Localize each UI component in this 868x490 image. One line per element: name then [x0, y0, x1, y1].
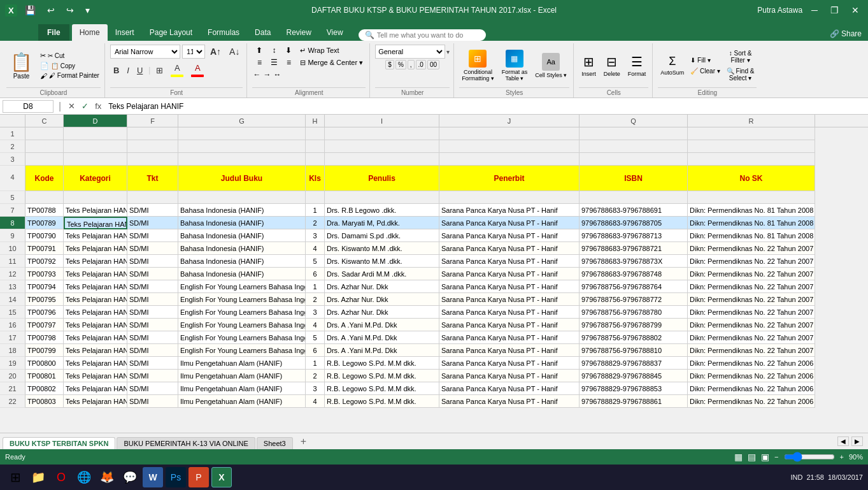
col-header-r[interactable]: R	[688, 115, 815, 127]
cell-styles-btn[interactable]: Aa Cell Styles ▾	[532, 52, 569, 80]
cell-h16[interactable]: 4	[306, 319, 325, 331]
col-header-h[interactable]: H	[306, 115, 325, 127]
cell-i9[interactable]: Drs. Damami S.pd .dkk.	[325, 229, 439, 242]
cell-j22[interactable]: Sarana Panca Karya Nusa PT - Hanif	[439, 395, 580, 408]
insert-function-btn[interactable]: fx	[93, 101, 103, 111]
cell-c18[interactable]: TP00799	[25, 344, 64, 357]
cell-g20[interactable]: Ilmu Pengetahuan Alam (HANIF)	[178, 370, 306, 382]
col-header-g[interactable]: G	[178, 115, 306, 127]
cell-r1[interactable]	[688, 127, 815, 140]
text-direction-btn[interactable]: ↔	[273, 69, 281, 80]
cell-d19[interactable]: Teks Pelajaran HANIF	[64, 357, 127, 370]
cell-g7[interactable]: Bahasa Indonesia (HANIF)	[178, 204, 306, 217]
conditional-formatting-btn[interactable]: ⊞ ConditionalFormatting ▾	[459, 48, 497, 83]
cell-f2[interactable]	[127, 140, 178, 153]
cell-d15[interactable]: Teks Pelajaran HANIF	[64, 306, 127, 319]
format-painter-btn[interactable]: 🖌🖌 Format Painter	[39, 71, 101, 80]
cell-d8[interactable]: Teks Pelajaran HANIF	[64, 217, 127, 229]
cell-j7[interactable]: Sarana Panca Karya Nusa PT - Hanif	[439, 204, 580, 217]
cell-j14[interactable]: Sarana Panca Karya Nusa PT - Hanif	[439, 293, 580, 306]
close-btn[interactable]: ✕	[848, 4, 863, 17]
col-header-j[interactable]: J	[439, 115, 580, 127]
cell-q3[interactable]	[580, 153, 688, 166]
cell-f9[interactable]: SD/MI	[127, 229, 178, 242]
cell-f20[interactable]: SD/MI	[127, 370, 178, 382]
cell-c9[interactable]: TP00790	[25, 229, 64, 242]
cell-g14[interactable]: English For Young Learners Bahasa Inggri…	[178, 293, 306, 306]
add-sheet-btn[interactable]: +	[294, 434, 313, 449]
cell-j15[interactable]: Sarana Panca Karya Nusa PT - Hanif	[439, 306, 580, 319]
cell-c3[interactable]	[25, 153, 64, 166]
cell-r22[interactable]: Dikn: Permendiknas No. 22 Tahun 2006	[688, 395, 815, 408]
cell-i3[interactable]	[325, 153, 439, 166]
header-cell-isbn[interactable]: ISBN	[580, 166, 688, 191]
start-btn[interactable]: ⊞	[5, 467, 25, 487]
messenger-icon[interactable]: 💬	[120, 467, 140, 487]
photoshop-icon[interactable]: Ps	[166, 467, 186, 487]
sort-filter-btn[interactable]: ↕ Sort &Filter ▾	[724, 48, 757, 65]
header-cell-tkt[interactable]: Tkt	[127, 166, 178, 191]
cell-q18[interactable]: 9796788756-9796788810	[580, 344, 688, 357]
cell-g3[interactable]	[178, 153, 306, 166]
cell-g18[interactable]: English For Young Learners Bahasa Inggri…	[178, 344, 306, 357]
cell-g13[interactable]: English For Young Learners Bahasa Inggri…	[178, 280, 306, 293]
cell-i15[interactable]: Drs. Azhar Nur. Dkk	[325, 306, 439, 319]
cell-q7[interactable]: 9796788683-9796788691	[580, 204, 688, 217]
cell-h20[interactable]: 2	[306, 370, 325, 382]
italic-btn[interactable]: I	[124, 64, 132, 77]
tab-data[interactable]: Data	[247, 24, 278, 41]
cell-r2[interactable]	[688, 140, 815, 153]
cell-d16[interactable]: Teks Pelajaran HANIF	[64, 319, 127, 331]
cell-h19[interactable]: 1	[306, 357, 325, 370]
cell-c15[interactable]: TP00796	[25, 306, 64, 319]
cell-i12[interactable]: Drs. Sadar Ardi M.M .dkk.	[325, 268, 439, 280]
cell-f5[interactable]	[127, 191, 178, 204]
restore-btn[interactable]: ❐	[827, 4, 843, 17]
fill-btn[interactable]: ⬇ Fill ▾	[688, 55, 722, 65]
autosum-btn[interactable]: Σ AutoSum	[658, 54, 687, 77]
cell-f22[interactable]: SD/MI	[127, 395, 178, 408]
chrome-icon[interactable]: 🌐	[74, 467, 94, 487]
cell-d1[interactable]	[64, 127, 127, 140]
cell-c2[interactable]	[25, 140, 64, 153]
cell-h12[interactable]: 6	[306, 268, 325, 280]
cell-j20[interactable]: Sarana Panca Karya Nusa PT - Hanif	[439, 370, 580, 382]
cell-d3[interactable]	[64, 153, 127, 166]
cell-h9[interactable]: 3	[306, 229, 325, 242]
cell-j3[interactable]	[439, 153, 580, 166]
cell-r9[interactable]: Dikn: Permendiknas No. 81 Tahun 2008	[688, 229, 815, 242]
cell-r5[interactable]	[688, 191, 815, 204]
formula-input[interactable]: Teks Pelajaran HANIF	[106, 101, 865, 112]
cell-g11[interactable]: Bahasa Indonesia (HANIF)	[178, 255, 306, 268]
zoom-slider[interactable]	[784, 452, 835, 462]
cell-c10[interactable]: TP00791	[25, 242, 64, 255]
cell-i19[interactable]: R.B. Legowo S.Pd. M.M dkk.	[325, 357, 439, 370]
border-btn[interactable]: ⊞	[153, 64, 166, 77]
format-btn[interactable]: ☰ Format	[625, 53, 649, 78]
font-color-btn[interactable]: A	[188, 61, 207, 79]
customize-qat-btn[interactable]: ▾	[82, 4, 94, 17]
cell-g1[interactable]	[178, 127, 306, 140]
cell-d11[interactable]: Teks Pelajaran HANIF	[64, 255, 127, 268]
font-shrink-btn[interactable]: A↓	[226, 45, 243, 59]
align-top-btn[interactable]: ⬆	[252, 45, 266, 56]
cell-d5[interactable]	[64, 191, 127, 204]
zoom-minus-btn[interactable]: −	[774, 453, 778, 461]
cell-g12[interactable]: Bahasa Indonesia (HANIF)	[178, 268, 306, 280]
cell-j13[interactable]: Sarana Panca Karya Nusa PT - Hanif	[439, 280, 580, 293]
cell-h21[interactable]: 3	[306, 382, 325, 395]
cell-c22[interactable]: TP00803	[25, 395, 64, 408]
minimize-btn[interactable]: ─	[808, 4, 822, 17]
undo-btn[interactable]: ↩	[43, 4, 59, 17]
header-cell-judul[interactable]: Judul Buku	[178, 166, 306, 191]
cell-h15[interactable]: 3	[306, 306, 325, 319]
cell-i20[interactable]: R.B. Legowo S.Pd. M.M dkk.	[325, 370, 439, 382]
share-btn[interactable]: 🔗 Share	[823, 27, 868, 41]
tab-formulas[interactable]: Formulas	[200, 24, 247, 41]
tab-file[interactable]: File	[38, 24, 69, 41]
cell-f15[interactable]: SD/MI	[127, 306, 178, 319]
cell-q11[interactable]: 9796788683-979678873X	[580, 255, 688, 268]
cell-j9[interactable]: Sarana Panca Karya Nusa PT - Hanif	[439, 229, 580, 242]
comma-btn[interactable]: ,	[408, 60, 415, 69]
cell-c8[interactable]: TP00789	[25, 217, 64, 229]
